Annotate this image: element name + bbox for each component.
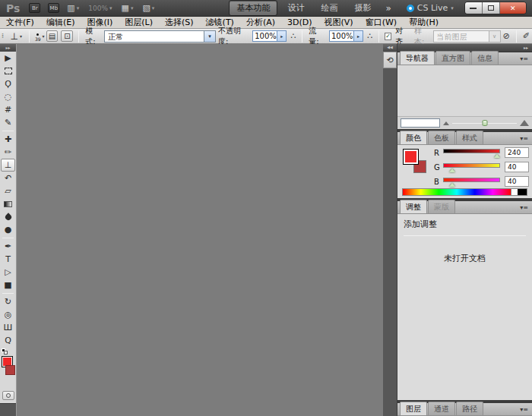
close-button[interactable]: ✕ [500, 2, 526, 14]
mini-bridge-icon[interactable]: Mb [48, 3, 59, 13]
quick-selection-tool[interactable]: ◌ [0, 90, 16, 103]
brush-tool[interactable]: ✏ [0, 146, 16, 159]
tab-histogram[interactable]: 直方图 [435, 51, 470, 65]
eyedropper-tool[interactable]: ✎ [0, 116, 16, 129]
opacity-spinner[interactable]: ▸ [277, 30, 287, 42]
history-panel-button[interactable]: ⟲ [383, 52, 397, 68]
blur-tool[interactable] [0, 210, 16, 223]
r-slider[interactable] [443, 147, 500, 158]
navigator-zoom-slider[interactable] [452, 119, 517, 127]
arrange-documents-button[interactable]: ▦ ▾ [122, 3, 134, 13]
spectrum-gradient[interactable] [403, 189, 511, 195]
path-selection-tool[interactable]: ▷ [0, 266, 16, 279]
default-colors-icon[interactable] [2, 348, 8, 355]
workspace-more-button[interactable]: » [381, 3, 395, 14]
quick-mask-button[interactable] [2, 391, 14, 400]
menu-select[interactable]: 选择(S) [159, 17, 200, 28]
restore-button[interactable] [483, 2, 500, 14]
lasso-tool[interactable]: Ϙ [0, 77, 16, 90]
menu-layer[interactable]: 图层(L) [119, 17, 159, 28]
panel-menu-icon[interactable]: ▾≡ [520, 406, 532, 413]
background-color-swatch[interactable] [5, 365, 15, 375]
color-spectrum-ramp[interactable] [402, 188, 527, 196]
canvas-area[interactable] [17, 44, 383, 416]
tab-masks[interactable]: 蒙版 [428, 200, 455, 213]
guides-grid-button[interactable]: ▥ ▾ [67, 3, 79, 13]
workspace-design[interactable]: 设计 [280, 1, 311, 15]
brush-icon: ✏ [5, 147, 11, 157]
toggle-clone-source-button[interactable]: ⊡ [61, 30, 73, 42]
zoom-level-button[interactable]: 100% ▾ [88, 5, 112, 12]
path-selection-icon: ▷ [5, 267, 11, 277]
workspace-painting[interactable]: 绘画 [314, 1, 344, 15]
hand-tool[interactable]: Ш [0, 321, 16, 334]
tab-styles[interactable]: 样式 [456, 131, 483, 144]
blend-mode-select[interactable]: 正常 ▾ [104, 30, 216, 43]
eraser-tool[interactable]: ▱ [0, 184, 16, 197]
history-brush-tool[interactable]: ↶ [0, 172, 16, 184]
tab-navigator[interactable]: 导航器 [400, 51, 435, 65]
tab-paths[interactable]: 路径 [456, 402, 483, 415]
bridge-icon[interactable]: Br [29, 3, 40, 13]
options-grip[interactable]: ⁞⁞ [2, 33, 7, 39]
cs-live-button[interactable]: CS Live ▾ [407, 3, 454, 13]
panel-menu-icon[interactable]: ▾≡ [520, 204, 532, 211]
flow-input[interactable]: 100% [329, 30, 354, 42]
pen-tool[interactable]: ✒ [0, 240, 16, 253]
airbrush-opacity-icon[interactable]: ∴ [288, 31, 298, 41]
b-slider[interactable] [443, 176, 500, 187]
slider-thumb[interactable] [482, 120, 487, 126]
aligned-checkbox[interactable]: ✓ [385, 33, 391, 40]
tab-swatches[interactable]: 色板 [428, 131, 455, 144]
type-tool[interactable]: T [0, 253, 16, 266]
g-value-input[interactable]: 40 [505, 162, 529, 172]
slider-thumb[interactable] [494, 154, 500, 158]
tab-channels[interactable]: 通道 [428, 402, 455, 415]
move-tool[interactable]: ▶ [0, 52, 16, 65]
tab-info[interactable]: 信息 [471, 51, 499, 65]
tool-preset-picker[interactable]: ⊥ ▾ [7, 31, 24, 42]
navigator-zoom-input[interactable] [401, 118, 440, 128]
spot-healing-brush-tool[interactable]: ✚ [0, 133, 16, 146]
3d-orbit-tool[interactable]: ◎ [0, 308, 16, 321]
3d-rotate-tool[interactable]: ↻ [0, 295, 16, 308]
sample-select[interactable]: 当前图层 ∨ [433, 30, 501, 43]
crop-tool[interactable]: # [0, 103, 16, 116]
dodge-tool[interactable]: ● [0, 223, 16, 236]
r-value-input[interactable]: 240 [505, 147, 529, 158]
spectrum-black[interactable] [518, 189, 527, 195]
rectangular-marquee-tool[interactable] [0, 65, 16, 77]
ignore-adjustment-layers-icon[interactable]: ⊘ [501, 31, 512, 41]
strip-expand-button[interactable]: ◀◀ [383, 44, 397, 52]
gradient-tool[interactable] [0, 197, 16, 210]
opacity-input[interactable]: 100% [252, 30, 277, 42]
panel-menu-icon[interactable]: ▾≡ [520, 55, 532, 62]
spectrum-white[interactable] [511, 189, 518, 195]
tablet-pressure-icon[interactable]: ✐ [521, 31, 532, 41]
tab-color[interactable]: 颜色 [400, 131, 427, 144]
workspace-photography[interactable]: 摄影 [347, 1, 378, 15]
toggle-brush-panel-button[interactable]: ▤ [46, 30, 59, 42]
brush-preset-picker[interactable]: 39 [33, 31, 43, 41]
flow-spinner[interactable]: ▸ [354, 30, 363, 42]
minimize-button[interactable] [465, 2, 483, 14]
panel-foreground-swatch[interactable] [403, 149, 419, 165]
b-value-input[interactable]: 40 [505, 176, 529, 187]
zoom-out-icon[interactable] [443, 121, 449, 125]
slider-thumb[interactable] [449, 183, 455, 187]
tab-layers[interactable]: 图层 [400, 402, 427, 415]
toolbar-collapse-button[interactable]: ▸▸ [0, 44, 16, 52]
rectangle-tool[interactable]: ■ [0, 279, 16, 292]
workspace-essentials[interactable]: 基本功能 [229, 0, 277, 16]
tab-adjustments[interactable]: 调整 [400, 200, 427, 213]
zoom-tool[interactable]: Q [0, 334, 16, 347]
panel-menu-icon[interactable]: ▾≡ [520, 135, 532, 142]
slider-thumb[interactable] [449, 169, 455, 172]
menu-file[interactable]: 文件(F) [0, 17, 40, 28]
clone-stamp-tool[interactable]: ⊥ [1, 159, 15, 172]
g-slider[interactable] [443, 162, 500, 172]
menu-edit[interactable]: 编辑(E) [40, 17, 81, 28]
zoom-in-icon[interactable] [520, 120, 529, 126]
screen-mode-button[interactable]: ▧ ▾ [142, 3, 154, 13]
airbrush-toggle-icon[interactable]: ∴ [365, 31, 375, 41]
